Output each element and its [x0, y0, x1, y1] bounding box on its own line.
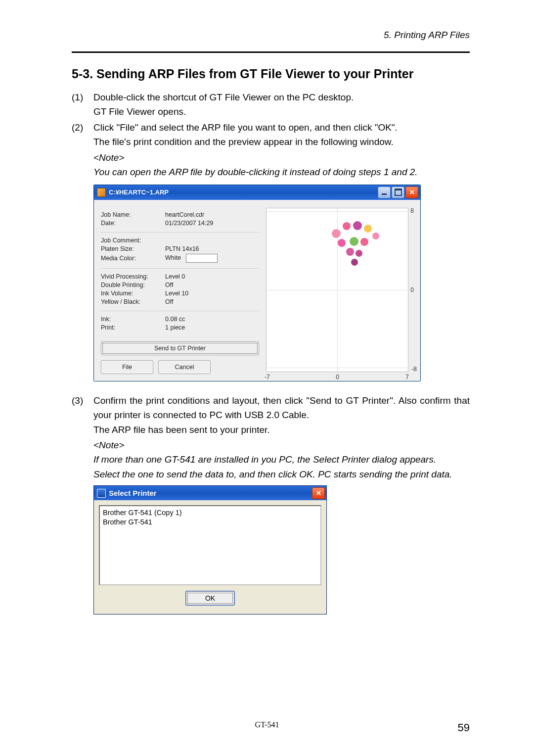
value-print: 1 piece	[165, 324, 259, 331]
value-platen: PLTN 14x16	[165, 245, 259, 252]
value-jobname: heartCorel.cdr	[165, 211, 259, 218]
chapter-label: 5. Printing ARP Files	[72, 30, 470, 41]
label-vivid: Vivid Processing:	[101, 273, 165, 280]
dialog-icon	[97, 489, 106, 498]
y-bot-tick: -8	[411, 366, 417, 373]
step-text: Confirm the print conditions and layout,…	[93, 395, 470, 420]
step-text: Click "File" and select the ARP file you…	[93, 122, 398, 133]
value-date: 01/23/2007 14:29	[165, 220, 259, 227]
value-double: Off	[165, 282, 259, 288]
value-mediacolor: White	[165, 254, 181, 261]
file-viewer-window: C:¥HEARTC~1.ARP ✕ Job Name:heartCorel.cd…	[93, 185, 421, 381]
media-color-swatch	[186, 254, 218, 263]
x-min-tick: -7	[265, 374, 270, 380]
section-heading: 5-3. Sending ARP Files from GT File View…	[72, 67, 470, 81]
y-mid-tick: 0	[410, 286, 414, 293]
select-printer-dialog: Select Printer ✕ Brother GT-541 (Copy 1)…	[93, 485, 327, 614]
note-body: You can open the ARP file by double-clic…	[93, 165, 470, 179]
dialog-title: Select Printer	[109, 489, 157, 497]
note-body: If more than one GT-541 are installed in…	[93, 452, 470, 467]
app-icon	[97, 188, 106, 197]
value-vivid: Level 0	[165, 273, 259, 280]
value-inkvol: Level 10	[165, 290, 259, 297]
minimize-button[interactable]	[378, 187, 391, 198]
maximize-button[interactable]	[392, 187, 404, 198]
label-platen: Platen Size:	[101, 245, 165, 252]
value-ink: 0.08 cc	[165, 316, 259, 323]
preview-artwork-icon	[326, 218, 385, 273]
label-print: Print:	[101, 324, 165, 331]
preview-plot: 8 0 -8 -7 0 7	[266, 208, 408, 372]
label-inkvol: Ink Volume:	[101, 290, 165, 297]
step-text: The file's print condition and the previ…	[93, 137, 394, 147]
x-mid-tick: 0	[336, 374, 339, 380]
section-divider	[72, 51, 470, 53]
close-button[interactable]: ✕	[405, 187, 418, 198]
value-yb: Off	[165, 298, 259, 305]
list-item[interactable]: Brother GT-541 (Copy 1)	[103, 508, 317, 518]
label-mediacolor: Media Color:	[101, 255, 165, 262]
label-jobcomment: Job Comment:	[101, 237, 165, 244]
label-yb: Yellow / Black:	[101, 298, 165, 305]
ok-button[interactable]: OK	[186, 591, 234, 605]
close-button[interactable]: ✕	[312, 487, 325, 499]
window-titlebar[interactable]: C:¥HEARTC~1.ARP ✕	[94, 185, 420, 200]
label-date: Date:	[101, 220, 165, 227]
note-label: <Note>	[93, 438, 470, 452]
step-number: (1)	[72, 90, 93, 119]
step-text: Double-click the shortcut of GT File Vie…	[93, 92, 354, 102]
window-title: C:¥HEARTC~1.ARP	[109, 189, 169, 196]
file-button[interactable]: File	[101, 360, 153, 374]
step-number: (2)	[72, 120, 93, 149]
dialog-titlebar[interactable]: Select Printer ✕	[94, 486, 326, 500]
list-item[interactable]: Brother GT-541	[103, 518, 317, 527]
step-2: (2) Click "File" and select the ARP file…	[72, 120, 470, 149]
label-ink: Ink:	[101, 316, 165, 323]
step-text: GT File Viewer opens.	[93, 106, 186, 117]
printer-listbox[interactable]: Brother GT-541 (Copy 1) Brother GT-541	[99, 505, 321, 585]
label-double: Double Printing:	[101, 282, 165, 288]
page-number: 59	[458, 721, 470, 734]
step-1: (1) Double-click the shortcut of GT File…	[72, 90, 470, 119]
cancel-button[interactable]: Cancel	[158, 360, 211, 374]
send-to-gt-printer-button[interactable]: Send to GT Printer	[101, 341, 259, 355]
label-jobname: Job Name:	[101, 211, 165, 218]
x-max-tick: 7	[405, 374, 409, 380]
note-body: Select the one to send the data to, and …	[93, 467, 470, 481]
step-number: (3)	[72, 393, 93, 437]
step-3: (3) Confirm the print conditions and lay…	[72, 393, 470, 437]
footer-model: GT-541	[0, 720, 534, 729]
note-label: <Note>	[93, 150, 470, 165]
step-text: The ARP file has been sent to your print…	[93, 425, 270, 435]
y-top-tick: 8	[410, 207, 414, 214]
